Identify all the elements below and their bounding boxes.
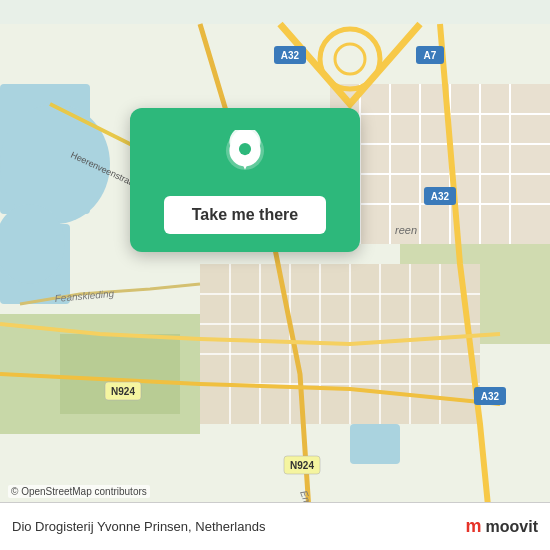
svg-text:A32: A32 <box>481 391 500 402</box>
svg-text:N924: N924 <box>111 386 135 397</box>
svg-text:A32: A32 <box>281 50 300 61</box>
map-container: A32 A7 A32 A32 N924 N924 reen Feanskledi… <box>0 0 550 550</box>
osm-attribution: © OpenStreetMap contributors <box>8 485 150 498</box>
moovit-m-letter: m <box>466 516 482 537</box>
svg-text:N924: N924 <box>290 460 314 471</box>
location-pin-icon <box>219 130 271 182</box>
svg-rect-4 <box>350 424 400 464</box>
svg-rect-9 <box>60 334 180 414</box>
svg-text:A32: A32 <box>431 191 450 202</box>
svg-text:reen: reen <box>395 224 417 236</box>
svg-text:A7: A7 <box>424 50 437 61</box>
moovit-wordmark: moovit <box>486 518 538 536</box>
location-name: Dio Drogisterij Yvonne Prinsen, Netherla… <box>12 519 265 534</box>
map-svg: A32 A7 A32 A32 N924 N924 reen Feanskledi… <box>0 0 550 550</box>
svg-point-57 <box>239 143 251 155</box>
bottom-bar: Dio Drogisterij Yvonne Prinsen, Netherla… <box>0 502 550 550</box>
svg-rect-12 <box>330 84 550 244</box>
attribution-text: © OpenStreetMap contributors <box>11 486 147 497</box>
action-card: Take me there <box>130 108 360 252</box>
moovit-logo: m moovit <box>466 516 538 537</box>
take-me-there-button[interactable]: Take me there <box>164 196 326 234</box>
svg-point-37 <box>335 44 365 74</box>
